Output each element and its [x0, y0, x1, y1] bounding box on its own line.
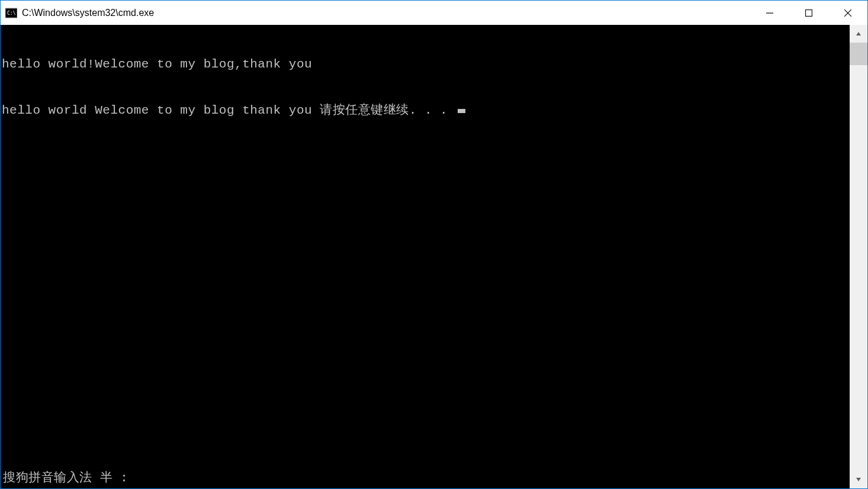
cmd-app-icon: C:\ — [5, 7, 17, 19]
terminal-line: hello world Welcome to my blog thank you… — [2, 103, 850, 118]
minimize-button[interactable] — [750, 1, 789, 25]
svg-text:C:\: C:\ — [7, 11, 16, 16]
scroll-up-button[interactable] — [850, 25, 867, 43]
terminal-output-1: hello world!Welcome to my blog,thank you — [2, 57, 312, 71]
svg-rect-3 — [806, 9, 812, 16]
window-title: C:\Windows\system32\cmd.exe — [22, 8, 154, 18]
titlebar[interactable]: C:\ C:\Windows\system32\cmd.exe — [1, 1, 867, 25]
ime-status-text: 搜狗拼音输入法 半 : — [3, 471, 128, 485]
close-button[interactable] — [828, 1, 867, 25]
terminal-output-2: hello world Welcome to my blog thank you… — [2, 104, 455, 117]
scroll-down-button[interactable] — [850, 471, 867, 488]
terminal-line: hello world!Welcome to my blog,thank you — [2, 57, 850, 72]
window-controls — [750, 1, 867, 25]
ime-status-bar: 搜狗拼音输入法 半 : — [3, 471, 128, 486]
terminal-body: hello world!Welcome to my blog,thank you… — [2, 26, 850, 488]
vertical-scrollbar[interactable] — [850, 25, 867, 488]
svg-rect-2 — [766, 12, 773, 13]
scrollbar-track[interactable] — [850, 43, 867, 471]
cursor — [458, 109, 465, 113]
content-area: hello world!Welcome to my blog,thank you… — [1, 25, 867, 488]
maximize-button[interactable] — [789, 1, 828, 25]
terminal[interactable]: hello world!Welcome to my blog,thank you… — [1, 25, 850, 488]
scrollbar-thumb[interactable] — [850, 43, 867, 65]
